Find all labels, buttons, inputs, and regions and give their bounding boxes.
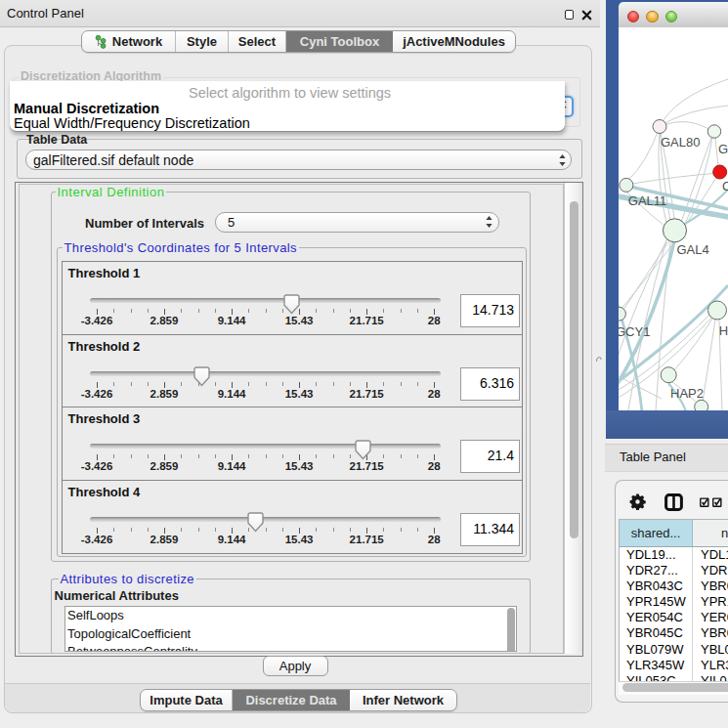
svg-text:GCY1: GCY1 <box>619 324 650 339</box>
svg-text:C: C <box>722 179 728 193</box>
svg-text:GAL4: GAL4 <box>676 242 708 257</box>
svg-text:GA: GA <box>718 142 728 156</box>
svg-text:GAL80: GAL80 <box>661 135 700 150</box>
svg-text:H: H <box>719 323 728 338</box>
svg-text:GAL11: GAL11 <box>628 193 667 208</box>
svg-text:HAP2: HAP2 <box>670 386 704 401</box>
